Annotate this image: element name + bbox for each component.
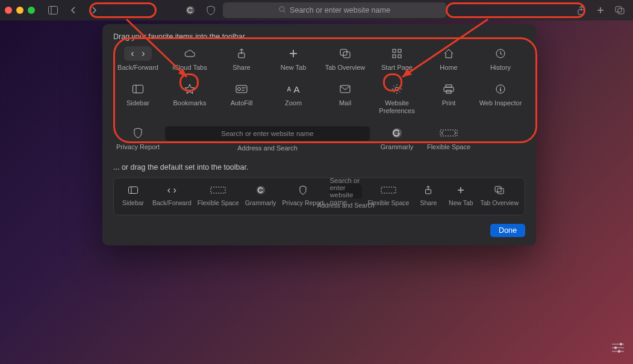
shield-icon	[134, 126, 142, 140]
minimize-window-icon[interactable]	[16, 7, 23, 14]
svg-rect-47	[211, 187, 225, 193]
svg-point-28	[395, 87, 399, 91]
panel-heading: Drag your favorite items into the toolba…	[113, 32, 525, 41]
svg-rect-17	[393, 55, 396, 58]
flexible-space-icon	[440, 126, 458, 140]
svg-line-4	[284, 11, 285, 13]
sidebar-icon	[133, 82, 143, 96]
share-toolbar-icon[interactable]	[573, 3, 590, 17]
grammarly-icon	[391, 126, 402, 140]
item-web-inspector[interactable]: Web Inspector	[476, 82, 525, 115]
svg-point-64	[618, 350, 620, 353]
done-button[interactable]: Done	[490, 224, 525, 237]
item-address-search[interactable]: Search or enter website name Address and…	[165, 126, 370, 152]
default-toolbar-set[interactable]: Sidebar ‹ › Back/Forward Flexible Space …	[113, 177, 525, 215]
shield-icon	[299, 184, 307, 196]
star-icon	[184, 82, 195, 96]
svg-point-3	[279, 7, 284, 11]
default-grammarly[interactable]: Grammarly	[245, 184, 276, 206]
gear-icon	[391, 82, 402, 96]
svg-marker-22	[185, 84, 195, 94]
back-forward-icon: ‹›	[124, 47, 152, 60]
item-bookmarks[interactable]: Bookmarks	[165, 82, 214, 115]
address-search-placeholder: Search or enter website name	[290, 6, 390, 14]
item-icloud-tabs[interactable]: iCloud Tabs	[165, 47, 214, 72]
default-flexible-space[interactable]: Flexible Space	[198, 184, 239, 206]
item-share[interactable]: Share	[217, 47, 266, 72]
item-autofill[interactable]: AutoFill	[217, 82, 266, 115]
item-privacy-report[interactable]: Privacy Report	[113, 126, 163, 152]
grid-icon	[392, 47, 402, 60]
customize-toolbar-panel: Drag your favorite items into the toolba…	[102, 24, 536, 245]
browser-toolbar: Search or enter website name	[0, 0, 633, 20]
print-icon	[443, 82, 454, 96]
tab-overview-toolbar-icon[interactable]	[611, 3, 628, 17]
info-icon	[496, 82, 505, 96]
grammarly-icon	[256, 184, 266, 196]
flexible-space-icon	[210, 184, 226, 196]
svg-line-35	[394, 91, 395, 93]
svg-rect-49	[381, 187, 396, 193]
svg-rect-54	[497, 188, 504, 194]
item-new-tab[interactable]: New Tab	[269, 47, 318, 72]
search-icon	[279, 6, 286, 15]
svg-line-33	[394, 86, 395, 87]
toolbar-items-grid: ‹› Back/Forward iCloud Tabs Share New Ta…	[113, 47, 525, 152]
default-flexible-space-2[interactable]: Flexible Space	[368, 184, 410, 206]
svg-rect-37	[446, 85, 452, 87]
address-search-mini: Search or enter website name	[329, 184, 361, 199]
item-sidebar[interactable]: Sidebar	[113, 82, 163, 115]
mail-icon	[340, 82, 351, 96]
default-share[interactable]: Share	[415, 184, 441, 206]
home-icon	[443, 47, 454, 60]
svg-rect-20	[133, 85, 143, 93]
sidebar-toggle-icon[interactable]	[45, 3, 61, 17]
clock-icon	[496, 47, 505, 60]
default-new-tab[interactable]: New Tab	[447, 184, 474, 206]
back-button-icon[interactable]	[65, 3, 82, 17]
item-zoom[interactable]: A A Zoom	[269, 82, 318, 115]
svg-rect-0	[49, 7, 58, 14]
svg-rect-18	[398, 55, 401, 58]
window-controls[interactable]	[5, 7, 35, 14]
tab-overview-icon	[340, 47, 351, 60]
close-window-icon[interactable]	[5, 7, 12, 14]
default-address-search[interactable]: Search or enter website name Address and…	[329, 184, 361, 209]
autofill-icon	[235, 82, 248, 96]
grammarly-toolbar-icon[interactable]	[182, 3, 199, 17]
svg-rect-8	[616, 7, 622, 12]
svg-rect-16	[398, 49, 401, 52]
item-grammarly[interactable]: Grammarly	[372, 126, 422, 152]
item-flexible-space[interactable]: Flexible Space	[424, 126, 473, 152]
svg-rect-15	[393, 49, 396, 52]
item-print[interactable]: Print	[424, 82, 473, 115]
share-icon	[425, 184, 432, 196]
svg-rect-27	[340, 85, 350, 93]
item-back-forward[interactable]: ‹› Back/Forward	[113, 47, 163, 72]
item-mail[interactable]: Mail	[320, 82, 370, 115]
default-back-forward[interactable]: ‹ › Back/Forward	[152, 184, 192, 206]
panel-subheading: ... or drag the default set into the too…	[113, 163, 525, 171]
svg-line-34	[399, 91, 401, 93]
cloud-icon	[184, 47, 196, 60]
new-tab-toolbar-icon[interactable]	[592, 3, 609, 17]
privacy-report-toolbar-icon[interactable]	[202, 3, 219, 17]
forward-button-icon[interactable]	[86, 3, 102, 17]
item-home[interactable]: Home	[424, 47, 473, 72]
fullscreen-window-icon[interactable]	[28, 7, 35, 14]
svg-rect-53	[495, 187, 501, 192]
share-icon	[237, 47, 246, 60]
item-history[interactable]: History	[476, 47, 525, 72]
default-tab-overview[interactable]: Tab Overview	[480, 184, 519, 206]
plus-icon	[457, 184, 464, 196]
address-search-bar[interactable]: Search or enter website name	[223, 2, 446, 18]
svg-rect-38	[444, 87, 454, 91]
address-search-mini: Search or enter website name	[165, 126, 370, 141]
item-website-preferences[interactable]: Website Preferences	[372, 82, 422, 115]
flexible-space-icon	[381, 184, 396, 196]
item-tab-overview[interactable]: Tab Overview	[320, 47, 370, 72]
sliders-icon[interactable]	[611, 342, 625, 356]
default-sidebar[interactable]: Sidebar	[120, 184, 146, 206]
item-start-page[interactable]: Start Page	[372, 47, 422, 72]
svg-point-24	[238, 88, 241, 91]
